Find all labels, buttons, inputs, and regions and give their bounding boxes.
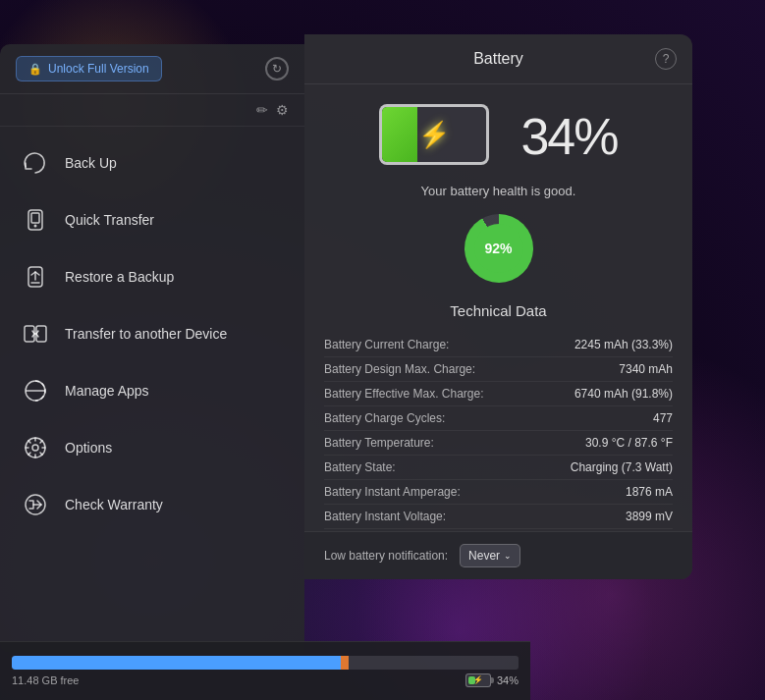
notification-select[interactable]: Never ⌄ xyxy=(460,544,520,567)
tech-value-2: 6740 mAh (91.8%) xyxy=(574,387,673,401)
sidebar-item-transfer-device-label: Transfer to another Device xyxy=(65,326,227,342)
tech-table: Battery Current Charge:2245 mAh (33.3%)B… xyxy=(324,333,673,531)
tech-value-6: 1876 mA xyxy=(626,485,673,499)
storage-bar-other xyxy=(341,656,349,670)
sidebar-item-restore-label: Restore a Backup xyxy=(65,269,174,285)
chevron-icon: ⌄ xyxy=(504,551,512,561)
svg-point-8 xyxy=(32,445,38,451)
sidebar-item-options[interactable]: Options xyxy=(0,419,304,476)
tech-row-0: Battery Current Charge:2245 mAh (33.3%) xyxy=(324,333,673,357)
battery-body: ⚡ xyxy=(379,104,489,165)
notification-bar: Low battery notification: Never ⌄ xyxy=(304,531,692,579)
battery-percentage: 34% xyxy=(520,107,617,166)
sidebar-item-quick-transfer[interactable]: Quick Transfer xyxy=(0,191,304,248)
tech-label-0: Battery Current Charge: xyxy=(324,338,574,351)
settings-icon[interactable]: ⚙ xyxy=(276,102,289,118)
nav-items: Back Up Quick Transfer xyxy=(0,127,304,653)
svg-rect-5 xyxy=(36,326,46,342)
sidebar-item-warranty-label: Check Warranty xyxy=(65,497,163,512)
sidebar-item-check-warranty[interactable]: Check Warranty xyxy=(0,476,304,533)
sidebar-item-backup[interactable]: Back Up xyxy=(0,135,304,191)
sidebar-item-options-label: Options xyxy=(65,440,112,456)
tech-value-7: 3899 mV xyxy=(626,510,673,523)
tech-value-4: 30.9 °C / 87.6 °F xyxy=(585,436,673,450)
battery-tip xyxy=(488,124,489,145)
panel-content: ⚡ 34% Your battery health is good. 92% T… xyxy=(304,84,692,531)
tech-row-2: Battery Effective Max. Charge:6740 mAh (… xyxy=(324,382,673,406)
battery-display: ⚡ 34% xyxy=(324,104,673,168)
tech-label-1: Battery Design Max. Charge: xyxy=(324,362,619,376)
tech-value-3: 477 xyxy=(653,411,673,425)
help-button[interactable]: ? xyxy=(655,48,677,70)
storage-bar-used xyxy=(12,656,341,670)
tech-label-5: Battery State: xyxy=(324,460,571,474)
sidebar-actions: ✏ ⚙ xyxy=(0,94,304,127)
tech-value-0: 2245 mAh (33.3%) xyxy=(574,338,673,351)
battery-mini-bolt-icon: ⚡ xyxy=(473,675,483,684)
restore-icon xyxy=(20,261,51,293)
sidebar-item-backup-label: Back Up xyxy=(65,155,117,171)
unlock-button[interactable]: 🔒 Unlock Full Version xyxy=(16,56,162,81)
panel-header: Battery ? xyxy=(304,34,692,84)
tech-row-5: Battery State:Charging (7.3 Watt) xyxy=(324,456,673,480)
sidebar-item-quick-transfer-label: Quick Transfer xyxy=(65,212,154,228)
health-circle-inner: 92% xyxy=(474,224,523,273)
storage-free-text: 11.48 GB free xyxy=(12,674,80,686)
tech-label-4: Battery Temperature: xyxy=(324,436,585,450)
battery-bolt-icon: ⚡ xyxy=(382,107,486,162)
health-circle-bg: 92% xyxy=(464,214,533,283)
manage-apps-icon xyxy=(20,375,51,406)
warranty-icon xyxy=(20,489,51,520)
sidebar-item-manage-apps[interactable]: Manage Apps xyxy=(0,362,304,419)
battery-mini-display: ⚡ 34% xyxy=(465,673,519,687)
tech-value-5: Charging (7.3 Watt) xyxy=(571,460,673,474)
tech-row-7: Battery Instant Voltage:3899 mV xyxy=(324,505,673,529)
panel-title: Battery xyxy=(473,50,523,68)
backup-icon xyxy=(20,147,51,179)
quick-transfer-icon xyxy=(20,204,51,236)
bottom-bar: 11.48 GB free ⚡ 34% xyxy=(0,641,530,700)
circle-meter: 92% xyxy=(324,214,673,283)
refresh-button[interactable]: ↻ xyxy=(265,57,289,81)
tech-value-1: 7340 mAh xyxy=(619,362,673,376)
svg-point-2 xyxy=(34,225,37,228)
health-text: Your battery health is good. xyxy=(324,184,673,198)
tech-row-4: Battery Temperature:30.9 °C / 87.6 °F xyxy=(324,431,673,456)
edit-icon[interactable]: ✏ xyxy=(256,102,268,118)
unlock-label: Unlock Full Version xyxy=(48,62,149,76)
tech-label-7: Battery Instant Voltage: xyxy=(324,510,626,523)
sidebar-item-restore[interactable]: Restore a Backup xyxy=(0,248,304,305)
battery-graphic: ⚡ xyxy=(379,104,497,168)
storage-bar xyxy=(12,656,519,670)
svg-rect-4 xyxy=(25,326,34,342)
tech-section-title: Technical Data xyxy=(324,302,673,319)
tech-label-2: Battery Effective Max. Charge: xyxy=(324,387,574,401)
notif-label: Low battery notification: xyxy=(324,549,448,563)
sidebar-item-manage-apps-label: Manage Apps xyxy=(65,383,149,399)
sidebar: 🔒 Unlock Full Version ↻ ✏ ⚙ Back Up xyxy=(0,44,304,653)
battery-mini-icon: ⚡ xyxy=(465,673,491,687)
tech-row-6: Battery Instant Amperage:1876 mA xyxy=(324,480,673,505)
help-icon: ? xyxy=(663,52,670,66)
tech-label-3: Battery Charge Cycles: xyxy=(324,411,653,425)
sidebar-header: 🔒 Unlock Full Version ↻ xyxy=(0,44,304,94)
storage-info: 11.48 GB free ⚡ 34% xyxy=(12,673,519,687)
svg-rect-1 xyxy=(31,213,39,223)
notification-value: Never xyxy=(468,549,500,563)
tech-row-1: Battery Design Max. Charge:7340 mAh xyxy=(324,357,673,382)
options-icon xyxy=(20,432,51,463)
tech-row-3: Battery Charge Cycles:477 xyxy=(324,406,673,431)
sidebar-item-transfer-device[interactable]: Transfer to another Device xyxy=(0,305,304,362)
tech-label-6: Battery Instant Amperage: xyxy=(324,485,626,499)
lock-icon: 🔒 xyxy=(28,63,42,76)
transfer-device-icon xyxy=(20,318,51,350)
battery-mini-percentage: 34% xyxy=(497,674,519,686)
battery-panel: Battery ? ⚡ 34% Your battery health is g… xyxy=(304,34,692,579)
